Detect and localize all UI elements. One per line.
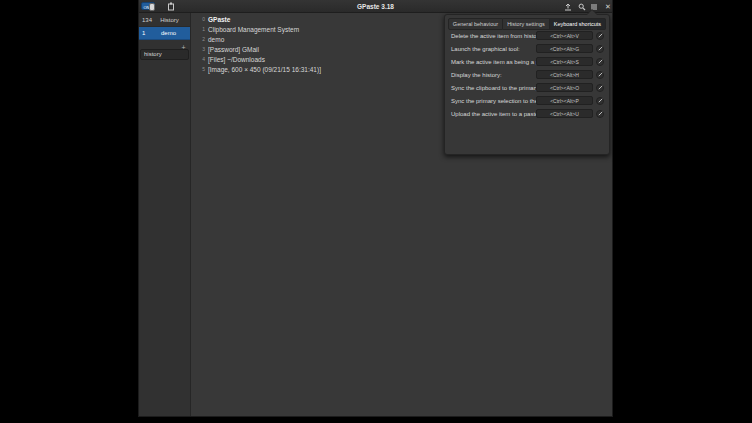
shortcut-row: Upload the active item to a pastebin ser… [451,107,607,120]
window-title: GPaste 3.18 [139,0,612,13]
add-history-icon[interactable]: + [179,43,188,52]
item-index: 4 [198,56,205,62]
shortcut-label: Launch the graphical tool: [451,46,520,52]
shortcut-edit-icon[interactable] [596,97,604,105]
item-index: 0 [198,16,205,22]
item-text: [Files] ~/Downloads [208,56,265,63]
headerbar: ON GPaste 3.18 [139,0,612,13]
shortcut-entry[interactable]: <Ctrl><Alt>H [536,70,593,79]
shortcut-edit-icon[interactable] [596,45,604,53]
sidebar-item-demo[interactable]: 1 demo [139,27,190,40]
item-text: [Image, 600 × 450 (09/21/15 16:31:41)] [208,66,321,73]
item-index: 2 [198,36,205,42]
shortcut-row: Launch the graphical tool: <Ctrl><Alt>G [451,42,607,55]
popover-arrow-icon [587,10,597,15]
upload-icon[interactable] [562,2,574,11]
shortcut-entry[interactable]: <Ctrl><Alt>G [536,44,593,53]
desktop: ON GPaste 3.18 [0,0,752,423]
histories-sidebar: 134 History 1 demo + [139,13,191,416]
item-text: GPaste [208,16,230,23]
sidebar-item-history[interactable]: 134 History [139,14,190,27]
item-text: demo [208,36,224,43]
tracking-switch[interactable]: ON [141,2,155,10]
shortcut-edit-icon[interactable] [596,110,604,118]
shortcut-entry[interactable]: <Ctrl><Alt>S [536,57,593,66]
history-label: demo [150,30,187,36]
item-index: 5 [198,66,205,72]
shortcut-row: Sync the primary selection to the clipbo… [451,94,607,107]
shortcut-entry[interactable]: <Ctrl><Alt>U [536,109,593,118]
shortcut-row: Mark the active item as being a password… [451,55,607,68]
shortcut-label: Display the history: [451,72,502,78]
shortcut-edit-icon[interactable] [596,71,604,79]
shortcut-edit-icon[interactable] [596,58,604,66]
shortcut-entry[interactable]: <Ctrl><Alt>V [536,31,593,40]
shortcut-edit-icon[interactable] [596,32,604,40]
switch-knob-icon [149,3,155,11]
history-label: History [152,17,187,23]
item-text: Clipboard Management System [208,26,299,33]
item-text: [Password] GMail [208,46,259,53]
shortcut-entry[interactable]: <Ctrl><Alt>O [536,83,593,92]
item-index: 3 [198,46,205,52]
history-count-badge: 134 [142,17,152,23]
history-count-badge: 1 [142,30,150,36]
shortcut-edit-icon[interactable] [596,84,604,92]
close-icon[interactable]: ✕ [602,2,614,11]
shortcut-entry[interactable]: <Ctrl><Alt>P [536,96,593,105]
shortcut-row: Sync the clipboard to the primary select… [451,81,607,94]
shortcut-row: Display the history: <Ctrl><Alt>H [451,68,607,81]
settings-popover: General behaviour History settings Keybo… [444,14,610,155]
clipboard-icon[interactable] [165,2,177,11]
item-index: 1 [198,26,205,32]
shortcut-row: Delete the active item from history: <Ct… [451,29,607,42]
shortcut-label: Delete the active item from history: [451,33,543,39]
new-history-field: + [140,42,189,53]
gpaste-window: ON GPaste 3.18 [138,0,613,417]
